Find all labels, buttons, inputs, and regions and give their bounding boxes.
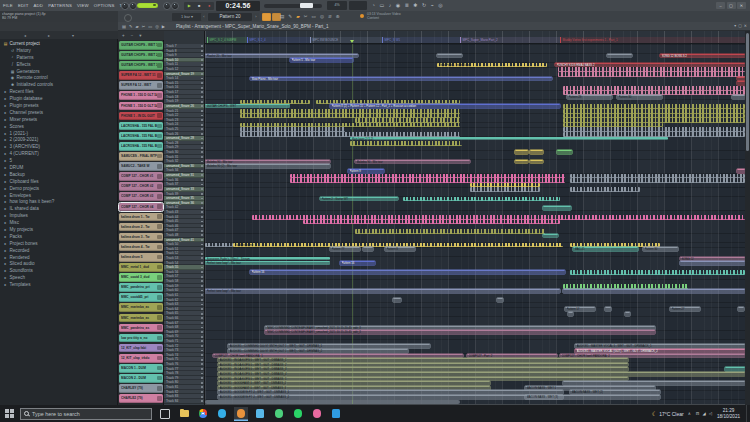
edit-tool-icon-0[interactable]: ▤	[280, 12, 284, 21]
edit-tool-icon-6[interactable]: ≋	[328, 12, 332, 21]
clip[interactable]: KONG 12 BOWLS 2	[660, 54, 745, 58]
mute-dot[interactable]	[201, 151, 203, 153]
clip[interactable]	[240, 109, 460, 114]
clip[interactable]: AUDIO81 - MASTER VOCAL (GUT) - WET - GUT…	[575, 349, 745, 353]
menu-file[interactable]: FILE	[3, 3, 13, 8]
clip[interactable]	[530, 160, 543, 164]
clip[interactable]: Pattern 27	[670, 307, 700, 311]
tray-status-icons[interactable]: ⊟ ◢ ◁	[696, 411, 713, 416]
clip[interactable]: Pattern 16	[250, 270, 565, 274]
mute-dot[interactable]	[201, 161, 203, 163]
clip[interactable]: Perfect tone loop! - Mix tour	[205, 261, 330, 265]
mute-dot[interactable]	[201, 221, 203, 223]
clip[interactable]	[625, 312, 630, 316]
pattern-chip[interactable]: MMC_metal 1_dud	[119, 263, 163, 272]
mute-dot[interactable]	[201, 350, 203, 352]
clip[interactable]	[543, 234, 558, 238]
mute-dot[interactable]	[201, 391, 203, 393]
main-volume-knob[interactable]	[121, 2, 129, 10]
clip[interactable]: Pattern 77	[330, 247, 360, 251]
pattern-chip[interactable]: kalima drum 5	[119, 253, 163, 262]
menu-view[interactable]: VIEW	[77, 3, 89, 8]
mute-dot[interactable]	[201, 382, 203, 384]
playhead-marker[interactable]	[350, 40, 354, 43]
playlist-tool-icon-2[interactable]: ▰	[135, 24, 138, 29]
browser-item[interactable]: ▸5	[0, 157, 117, 164]
browser-item[interactable]: ▸Misc	[0, 219, 117, 226]
timeline-marker[interactable]: MPC_S 2_4 90BPM	[207, 37, 247, 43]
browser-item[interactable]: ▸1 (2021-)	[0, 130, 117, 137]
maximize-button[interactable]: ▢	[727, 2, 736, 9]
taskbar-icon-fl-studio[interactable]	[234, 407, 248, 421]
clip[interactable]	[725, 367, 745, 371]
menu-patterns[interactable]: PATTERNS	[48, 3, 72, 8]
mute-dot[interactable]	[201, 142, 203, 144]
clip[interactable]: Pattern 9	[348, 169, 384, 173]
clip[interactable]	[738, 307, 744, 311]
timeline-marker[interactable]: Muddy Vortex first experiments 1 - Part_…	[560, 37, 745, 43]
clip[interactable]	[737, 169, 745, 173]
mute-dot[interactable]	[201, 234, 203, 236]
edit-tool-icon-1[interactable]: ✎	[288, 12, 292, 21]
mute-dot[interactable]	[201, 271, 203, 273]
clip[interactable]: COMP127 - CHOR (wet) PANDORA_2	[560, 354, 745, 358]
taskbar-icon-photos[interactable]	[253, 407, 267, 421]
browser-item[interactable]: ▸2 (2009-2021)	[0, 136, 117, 143]
clip[interactable]: AUDIO81 - IN DA KOPS 5 - WET - GUT - DMB…	[218, 372, 745, 376]
mute-dot[interactable]	[201, 322, 203, 324]
clip[interactable]	[403, 197, 560, 202]
browser-item[interactable]: ▸4 (CURRENT)	[0, 150, 117, 157]
pattern-chip[interactable]: SUPER FA 12 - WET	[119, 81, 163, 90]
mute-dot[interactable]	[201, 68, 203, 70]
mute-dot[interactable]	[201, 280, 203, 282]
browser-item[interactable]: ▸Speech	[0, 274, 117, 281]
clip[interactable]	[568, 312, 573, 316]
mute-dot[interactable]	[201, 188, 203, 190]
pattern-chip[interactable]: kalima drum 3 - Tw	[119, 233, 163, 242]
browser-item[interactable]: ▦Generators	[0, 68, 117, 75]
search-box[interactable]: Type here to search	[20, 408, 152, 420]
browser-item[interactable]: ▸My projects	[0, 226, 117, 233]
mute-dot[interactable]	[201, 230, 203, 232]
clip[interactable]: Playlist 20 - Mix tour	[205, 54, 358, 58]
mute-dot[interactable]	[201, 290, 203, 292]
pattern-chip[interactable]: GUITAR CHOPS - WET 2	[119, 51, 163, 60]
taskbar-icon-whatsapp[interactable]	[291, 407, 305, 421]
peak-meter[interactable]	[137, 3, 158, 9]
clip[interactable]: Pattern 30	[617, 95, 662, 99]
pattern-chip[interactable]: COMP 127 - CHOR #4	[119, 203, 163, 212]
pattern-chip[interactable]: GUITAR CHOPS - WET 1	[119, 41, 163, 50]
pattern-chip[interactable]: MMC_coutd45_pri	[119, 293, 163, 302]
pattern-chip[interactable]: MMC_marimba_as	[119, 303, 163, 312]
timeline-marker[interactable]: MPC 8W BOUNCE	[310, 37, 382, 43]
clip[interactable]	[558, 72, 745, 77]
pattern-chip[interactable]: kalima drum 2 - Tw	[119, 223, 163, 232]
mute-dot[interactable]	[201, 64, 203, 66]
pattern-chip[interactable]: SAMUCES - FINAL WTF	[119, 152, 163, 161]
clip[interactable]: Pattern 5 - Mix tour	[290, 58, 353, 62]
browser-item[interactable]: ▸Templates	[0, 281, 117, 288]
clip[interactable]	[205, 243, 233, 248]
transport-icon-3[interactable]: ◉	[396, 1, 400, 10]
mute-dot[interactable]	[201, 110, 203, 112]
mute-dot[interactable]	[201, 345, 203, 347]
playlist-titlebar[interactable]: ▤✎▰✂▭◎▶ Playlist - Arrangement - MPC_Sup…	[118, 22, 750, 31]
mute-dot[interactable]	[201, 96, 203, 98]
pattern-chip[interactable]: CHARLE2 (79)	[119, 394, 163, 403]
pattern-chip[interactable]: COMP 127 - CHOR #2	[119, 182, 163, 191]
clip[interactable]: AUDIO81 - IN DA KOPS 5 - WET - GUT - DMB…	[218, 377, 628, 381]
browser-item[interactable]: ▸Project bones	[0, 240, 117, 247]
mute-dot[interactable]	[201, 257, 203, 259]
timeline-marker[interactable]: MPC_Super_Mario Part_2	[460, 37, 560, 43]
clip[interactable]: AUDIO81 - GOODBYE PT 2 - WET - GUT - DMB…	[218, 395, 563, 399]
mute-dot[interactable]	[201, 87, 203, 89]
clip[interactable]	[497, 298, 503, 302]
tray-expand-caret[interactable]: ∧	[688, 411, 692, 416]
clip[interactable]: MAC 21	[573, 247, 638, 251]
clip[interactable]	[607, 54, 632, 58]
browser-item[interactable]: ▸how long has it been?	[0, 198, 117, 205]
mute-dot[interactable]	[201, 340, 203, 342]
clip[interactable]	[515, 150, 528, 154]
mute-dot[interactable]	[201, 170, 203, 172]
browser-item[interactable]: ▸Envelopes	[0, 192, 117, 199]
